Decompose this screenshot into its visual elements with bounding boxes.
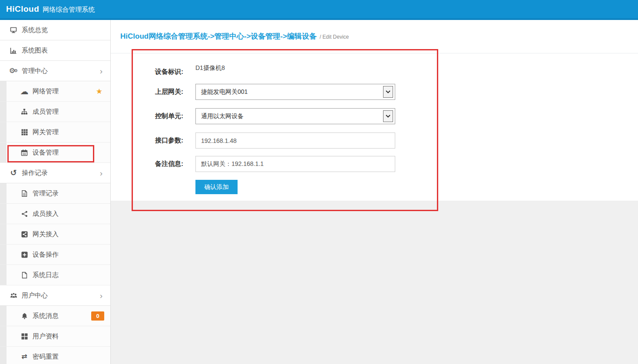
sidebar-item-device-management[interactable]: 设备管理 <box>0 142 110 163</box>
dropdown-arrow-icon[interactable] <box>383 86 393 98</box>
history-icon: ↺ <box>9 169 18 177</box>
breadcrumb-separator: -> <box>280 32 287 40</box>
sidebar-item-system-overview[interactable]: 系统总览 <box>0 20 110 40</box>
breadcrumb-segment-device-management[interactable]: 设备管理 <box>251 32 280 40</box>
brand-subtitle: 网络综合管理系统 <box>43 6 95 14</box>
retweet-icon: ⇄ <box>20 353 29 360</box>
message-count-badge: 0 <box>91 311 104 321</box>
sidebar-item-member-access[interactable]: 成员接入 <box>0 204 110 224</box>
breadcrumb-separator: -> <box>244 32 251 40</box>
dropdown-arrow-icon[interactable] <box>383 110 393 122</box>
confirm-add-button[interactable]: 确认添加 <box>195 180 238 194</box>
sidebar-item-label: 系统日志 <box>33 271 59 279</box>
sidebar: 系统总览 系统图表 ⚙⚙ 管理中心 › ☁ 网络管理 ★ 成员管理 <box>0 20 111 364</box>
sidebar-item-label: 管理中心 <box>22 67 48 75</box>
interface-params-label: 接口参数: <box>141 136 183 145</box>
breadcrumb-segment-management-center[interactable]: 管理中心 <box>215 32 244 40</box>
sidebar-item-system-logs[interactable]: 系统日志 <box>0 265 110 285</box>
cloud-icon: ☁ <box>20 87 29 96</box>
sidebar-item-label: 系统消息 <box>33 312 59 320</box>
sidebar-item-label: 管理记录 <box>33 189 59 198</box>
th-large-icon <box>20 333 29 340</box>
share-icon <box>20 211 29 217</box>
sidebar-item-user-profile[interactable]: 用户资料 <box>0 326 110 347</box>
form-row-upper-gateway: 上层网关: 捷能发电网关001 <box>141 84 395 100</box>
sitemap-icon <box>20 109 29 115</box>
sidebar-item-gateway-management[interactable]: 网关管理 <box>0 122 110 142</box>
sidebar-item-user-center[interactable]: 用户中心 › <box>0 285 110 306</box>
main-content: HiCloud网络综合管理系统->管理中心->设备管理->编辑设备/ Edit … <box>111 20 638 364</box>
app-logo: HiCloud 网络综合管理系统 <box>6 4 95 14</box>
sidebar-item-label: 密码重置 <box>33 353 59 361</box>
sidebar-item-label: 操作记录 <box>22 169 48 177</box>
sidebar-item-management-records[interactable]: 管理记录 <box>0 183 110 204</box>
app-header: HiCloud 网络综合管理系统 <box>0 0 638 20</box>
sidebar-item-gateway-access[interactable]: 网关接入 <box>0 224 110 245</box>
sidebar-item-label: 网络管理 <box>33 87 59 96</box>
sidebar-item-device-operation[interactable]: 设备操作 <box>0 245 110 265</box>
sidebar-item-system-charts[interactable]: 系统图表 <box>0 40 110 61</box>
control-unit-selected-value: 通用以太网设备 <box>201 113 383 120</box>
remark-label: 备注信息: <box>141 160 183 168</box>
edit-device-form: 设备标识: D1摄像机8 上层网关: 捷能发电网关001 控制单元: 通用以太网… <box>111 53 638 201</box>
form-row-device-id: 设备标识: D1摄像机8 <box>141 64 225 76</box>
sidebar-item-label: 网关接入 <box>33 230 59 238</box>
sidebar-item-label: 用户资料 <box>33 332 59 341</box>
sidebar-item-label: 用户中心 <box>22 291 48 300</box>
bar-chart-icon <box>9 47 18 54</box>
upper-gateway-label: 上层网关: <box>141 88 183 96</box>
breadcrumb-segment-edit-device[interactable]: 编辑设备 <box>287 32 317 40</box>
share-square-icon <box>20 231 29 238</box>
device-id-value: D1摄像机8 <box>195 64 225 72</box>
cogs-icon: ⚙⚙ <box>9 67 18 74</box>
remark-input[interactable] <box>195 156 395 172</box>
device-id-label: 设备标识: <box>141 64 183 76</box>
sidebar-item-label: 系统图表 <box>22 46 48 55</box>
sidebar-item-label: 系统总览 <box>22 26 48 34</box>
bell-icon <box>20 313 29 319</box>
form-row-control-unit: 控制单元: 通用以太网设备 <box>141 108 395 124</box>
favorite-star-icon: ★ <box>96 88 102 95</box>
file-icon <box>20 272 29 278</box>
plus-square-icon <box>20 251 29 258</box>
form-row-remark: 备注信息: <box>141 156 395 172</box>
upper-gateway-selected-value: 捷能发电网关001 <box>201 88 383 96</box>
control-unit-label: 控制单元: <box>141 112 183 120</box>
breadcrumb-segment-home[interactable]: HiCloud网络综合管理系统 <box>120 32 208 40</box>
sidebar-item-management-center[interactable]: ⚙⚙ 管理中心 › <box>0 61 110 81</box>
desktop-icon <box>9 27 18 33</box>
calendar-icon <box>20 149 29 156</box>
control-unit-select[interactable]: 通用以太网设备 <box>195 108 395 124</box>
sidebar-item-network-management[interactable]: ☁ 网络管理 ★ <box>0 81 110 102</box>
sidebar-item-member-management[interactable]: 成员管理 <box>0 102 110 122</box>
file-text-icon <box>20 190 29 197</box>
interface-params-input[interactable] <box>195 132 395 149</box>
chevron-right-icon: › <box>100 169 102 177</box>
brand-name: HiCloud <box>6 4 39 14</box>
grid-icon <box>20 129 29 136</box>
sidebar-item-label: 网关管理 <box>33 128 59 136</box>
sidebar-item-system-messages[interactable]: 系统消息 0 <box>0 306 110 326</box>
users-icon <box>9 292 18 299</box>
chevron-right-icon: › <box>100 67 102 75</box>
sidebar-item-label: 成员接入 <box>33 210 59 218</box>
content-background <box>111 201 638 364</box>
sidebar-item-label: 设备管理 <box>33 149 59 157</box>
chevron-right-icon: › <box>100 291 102 300</box>
form-row-interface-params: 接口参数: <box>141 132 395 149</box>
sidebar-item-label: 设备操作 <box>33 251 59 259</box>
upper-gateway-select[interactable]: 捷能发电网关001 <box>195 84 395 100</box>
sidebar-item-operation-records[interactable]: ↺ 操作记录 › <box>0 163 110 183</box>
sidebar-item-label: 成员管理 <box>33 108 59 116</box>
breadcrumb-separator: -> <box>208 32 215 40</box>
breadcrumb-suffix: / Edit Device <box>320 34 349 40</box>
breadcrumb: HiCloud网络综合管理系统->管理中心->设备管理->编辑设备/ Edit … <box>111 20 638 53</box>
sidebar-item-password-reset[interactable]: ⇄ 密码重置 <box>0 347 110 364</box>
